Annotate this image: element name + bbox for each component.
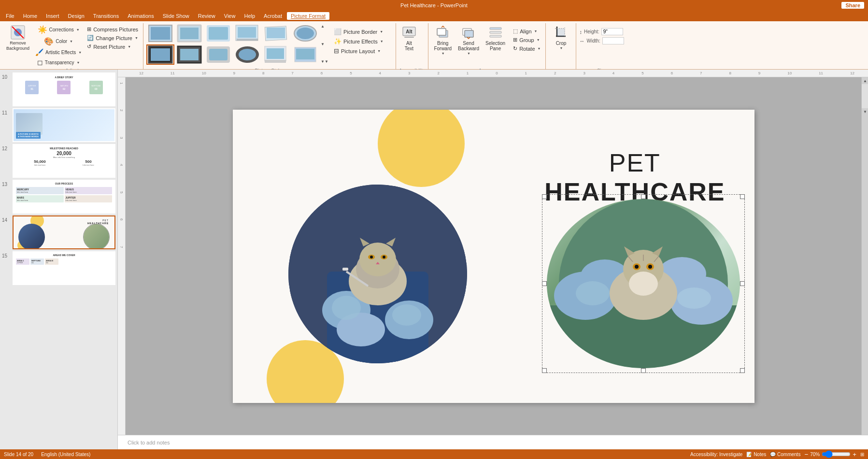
height-icon: ↕ [579,29,582,35]
svg-rect-26 [265,60,286,63]
handle-top-left[interactable] [542,194,547,199]
rotate-button[interactable]: ↻ Rotate ▼ [511,44,542,53]
menu-acrobat[interactable]: Acrobat [260,12,286,20]
slide-thumb-10[interactable]: 10 A BRIEF STORY JUPITER01 SATURN02 [2,72,115,106]
svg-rect-35 [465,30,473,37]
slide-thumb-11[interactable]: 11 A PICTURE IS WORTH A THOUSAND WORDS [2,108,115,142]
group-button[interactable]: ⊞ Group ▼ [511,36,542,44]
svg-rect-8 [209,27,228,40]
compress-pictures-button[interactable]: ⊞ Compress Pictures [85,25,140,33]
menu-insert[interactable]: Insert [42,12,63,20]
notes-view-button[interactable]: 📝 Notes [746,452,766,457]
menu-review[interactable]: Review [194,12,219,20]
slide-thumb-13[interactable]: 13 OUR PROCESS MERCURY Info text here VE… [2,180,115,214]
fit-slide-button[interactable]: ⊞ [860,452,864,457]
picture-style-9[interactable] [204,44,232,65]
slide-img-12[interactable]: MILESTONES REACHED 20,000 Main info here… [13,144,115,178]
ruler-v-tick: 5 [119,191,124,193]
slide-img-11[interactable]: A PICTURE IS WORTH A THOUSAND WORDS [13,108,115,142]
slide-thumb-15[interactable]: 15 AREAS WE COVER AREA 1 JUPITER NEPTUNE [2,251,115,285]
slide-img-14[interactable]: PET HEALTHCARE [13,215,115,249]
cat-image-left[interactable] [288,185,467,363]
align-button[interactable]: ⬚ Align ▼ [511,27,542,35]
menu-picture-format[interactable]: Picture Format [287,12,329,20]
picture-style-11[interactable] [262,44,290,65]
alt-text-button[interactable]: Alt AltText [399,23,419,53]
svg-rect-10 [238,27,256,38]
picture-style-12[interactable] [291,44,319,65]
handle-top-right[interactable] [740,194,745,199]
slide-img-15[interactable]: AREAS WE COVER AREA 1 JUPITER NEPTUNE In… [13,251,115,285]
menu-view[interactable]: View [220,12,240,20]
handle-bottom-left[interactable] [542,368,547,373]
picture-border-button[interactable]: ⬜ Picture Border ▼ [332,27,393,36]
selected-image-container[interactable] [542,194,745,373]
width-field-row: ↔ Width: [579,37,624,44]
main-area: 10 A BRIEF STORY JUPITER01 SATURN02 [0,70,868,449]
slide-img-13[interactable]: OUR PROCESS MERCURY Info text here VENUS… [13,180,115,214]
styles-scroll-down[interactable]: ▼ [321,42,328,46]
share-button[interactable]: Share [841,2,864,9]
handle-middle-right[interactable] [740,281,745,286]
zoom-in-button[interactable]: + [853,451,856,458]
menu-design[interactable]: Design [64,12,88,20]
slide-img-10[interactable]: A BRIEF STORY JUPITER01 SATURN02 NEPTUNE… [13,72,115,106]
ruler-tick: 2 [437,71,439,75]
canvas-with-ruler: 1 2 3 4 5 6 7 [118,77,868,435]
selected-image[interactable] [547,199,740,368]
pet-title-line1: PET [544,148,725,177]
corrections-button[interactable]: ☀️ Corrections ▼ [33,24,84,35]
slide-thumb-14[interactable]: 14 [2,215,115,249]
bring-forward-button[interactable]: BringForward ▼ [431,23,454,57]
scroll-up-button[interactable]: ▲ [862,77,868,84]
picture-layout-button[interactable]: ⊟ Picture Layout ▼ [332,46,393,56]
handle-middle-left[interactable] [542,281,547,286]
handle-bottom-right[interactable] [740,368,745,373]
change-picture-button[interactable]: 🔄 Change Picture ▼ [85,34,140,42]
styles-scroll-more[interactable]: ▼▼ [321,59,328,64]
picture-effects-button[interactable]: ✨ Picture Effects ▼ [332,37,393,46]
notes-placeholder[interactable]: Click to add notes [128,440,170,445]
menu-help[interactable]: Help [240,12,259,20]
comments-button[interactable]: 💬 Comments [770,452,800,457]
picture-style-1[interactable] [146,23,174,43]
menu-file[interactable]: File [2,12,18,20]
color-button[interactable]: 🎨 Color ▼ [33,36,84,47]
picture-style-4[interactable] [233,23,261,43]
ruler-v-tick: 3 [119,137,124,139]
menu-slideshow[interactable]: Slide Show [159,12,193,20]
styles-scroll-up[interactable]: ▲ [321,24,328,29]
picture-style-10[interactable] [233,44,261,65]
menu-transitions[interactable]: Transitions [89,12,123,20]
menu-home[interactable]: Home [19,12,41,20]
slide-num-15: 15 [2,251,11,258]
height-input[interactable] [601,28,623,35]
remove-background-button[interactable]: RemoveBackground [4,23,32,53]
menu-animations[interactable]: Animations [124,12,157,20]
svg-rect-25 [267,48,284,59]
selection-pane-button[interactable]: SelectionPane [483,23,508,53]
svg-rect-38 [490,35,501,37]
svg-point-56 [370,256,373,258]
handle-bottom-middle[interactable] [641,368,646,373]
crop-button[interactable]: Crop ▼ [549,23,573,51]
zoom-slider[interactable] [822,450,851,458]
slide-canvas[interactable]: PET HEALTHCARE [126,77,861,435]
picture-style-6[interactable] [291,23,319,43]
handle-top-middle[interactable] [641,194,646,199]
slide-thumb-12[interactable]: 12 MILESTONES REACHED 20,000 Main info h… [2,144,115,178]
transparency-button[interactable]: ◻ Transparency ▼ [33,57,84,67]
picture-style-3[interactable] [204,23,232,43]
reset-picture-button[interactable]: ↺ Reset Picture ▼ [85,43,140,51]
picture-style-7[interactable] [146,44,174,65]
picture-style-5[interactable] [262,23,290,43]
notes-bar[interactable]: Click to add notes [118,435,868,449]
send-backward-button[interactable]: SendBackward ▼ [455,23,482,57]
scroll-down-button[interactable]: ▼ [862,108,868,115]
picture-style-8[interactable] [175,44,203,65]
vertical-scrollbar[interactable]: ▲ ▼ [861,77,868,435]
artistic-effects-button[interactable]: 🖌️ Artistic Effects ▼ [33,47,84,57]
picture-style-2[interactable] [175,23,203,43]
width-input[interactable] [602,37,624,44]
zoom-out-button[interactable]: − [804,451,808,458]
